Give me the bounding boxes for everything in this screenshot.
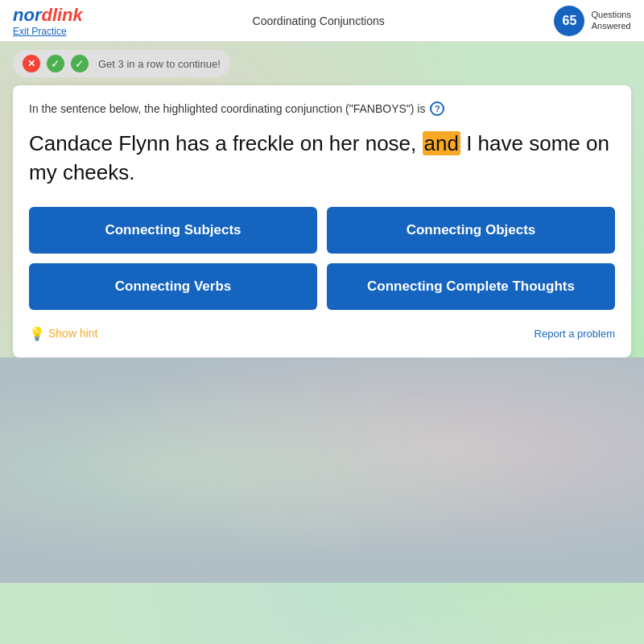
instruction-text: In the sentence below, the highlighted c… <box>29 101 615 116</box>
streak-check1-icon: ✓ <box>47 55 64 72</box>
show-hint-button[interactable]: 💡 Show hint <box>29 326 97 341</box>
questions-answered-label: QuestionsAnswered <box>591 10 631 31</box>
answer-grid: Connecting Subjects Connecting Objects C… <box>29 207 615 310</box>
questions-answered-section: 65 QuestionsAnswered <box>554 6 631 36</box>
content-card: In the sentence below, the highlighted c… <box>13 85 631 357</box>
questions-count-circle: 65 <box>554 6 584 36</box>
subject-label: Coordinating Conjunctions <box>253 14 385 27</box>
conjunction-highlight: and <box>423 131 460 155</box>
sentence-before: Candace Flynn has a freckle on her nose, <box>29 131 423 155</box>
exit-practice-link[interactable]: Exit Practice <box>13 26 83 37</box>
bulb-icon: 💡 <box>29 326 45 341</box>
answer-connecting-verbs[interactable]: Connecting Verbs <box>29 263 317 310</box>
footer-actions: 💡 Show hint Report a problem <box>29 326 615 341</box>
header-left: nordlink Exit Practice <box>13 5 83 37</box>
header: nordlink Exit Practice Coordinating Conj… <box>0 0 644 42</box>
bottom-decorative-area <box>0 357 644 583</box>
streak-check2-icon: ✓ <box>71 55 89 72</box>
answer-connecting-objects[interactable]: Connecting Objects <box>327 207 615 254</box>
logo-dlink: dlink <box>41 5 82 25</box>
logo-nor: nor <box>13 5 41 25</box>
streak-x-icon: ✕ <box>23 55 40 72</box>
answer-connecting-complete-thoughts[interactable]: Connecting Complete Thoughts <box>327 263 615 310</box>
report-problem-link[interactable]: Report a problem <box>535 328 615 340</box>
streak-message: Get 3 in a row to continue! <box>98 58 221 70</box>
question-sentence: Candace Flynn has a freckle on her nose,… <box>29 129 615 188</box>
show-hint-label: Show hint <box>48 327 97 340</box>
answer-connecting-subjects[interactable]: Connecting Subjects <box>29 207 317 254</box>
info-icon[interactable]: ? <box>430 101 444 116</box>
logo: nordlink <box>13 5 83 26</box>
streak-bar: ✕ ✓ ✓ Get 3 in a row to continue! <box>13 50 230 77</box>
